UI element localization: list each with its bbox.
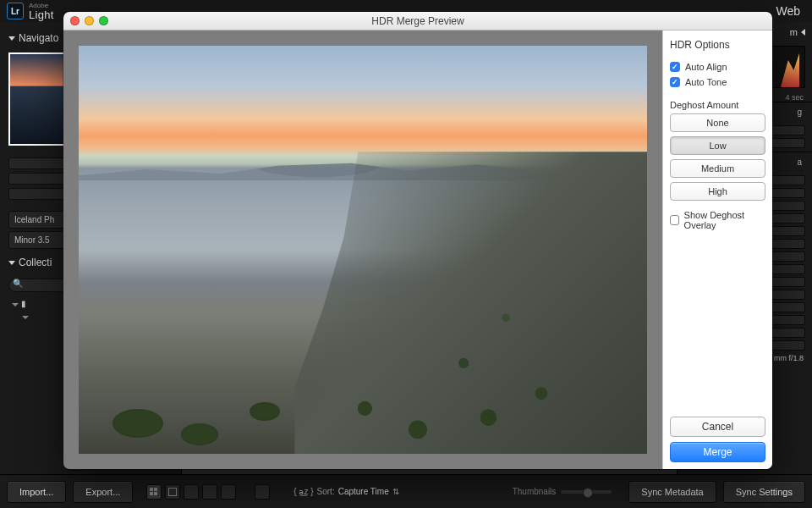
navigator-title: Navigato [19, 32, 58, 44]
auto-tone-checkbox[interactable]: Auto Tone [670, 77, 765, 87]
survey-view-icon[interactable] [202, 484, 217, 500]
deghost-medium-button[interactable]: Medium [670, 159, 765, 178]
hdr-options-title: HDR Options [670, 39, 765, 51]
thumbnails-label: Thumbnails [513, 487, 557, 496]
vegetation-shape [112, 409, 163, 438]
merge-button[interactable]: Merge [670, 442, 765, 462]
vegetation-shape [181, 423, 218, 445]
vegetation-shape [250, 402, 280, 421]
deghost-amount-label: Deghost Amount [670, 100, 765, 110]
sort-value: Capture Time [338, 487, 389, 496]
collections-title: Collecti [19, 257, 52, 268]
close-icon[interactable] [70, 16, 80, 25]
hdr-options-panel: HDR Options Auto Align Auto Tone Deghost… [662, 30, 772, 469]
zoom-icon[interactable] [99, 16, 108, 25]
people-view-icon[interactable] [221, 484, 236, 500]
auto-align-checkbox[interactable]: Auto Align [670, 62, 765, 72]
view-mode-icons [146, 484, 236, 500]
grid-view-icon[interactable] [146, 484, 162, 500]
export-button[interactable]: Export... [73, 481, 133, 503]
thumbnail-size-slider[interactable]: Thumbnails [513, 487, 612, 496]
hdr-preview-image [79, 46, 647, 454]
chevron-updown-icon: ⇅ [392, 487, 399, 496]
brand-large: Light [29, 8, 54, 21]
app-brand: Adobe Light [29, 3, 54, 20]
slider-track[interactable] [561, 490, 612, 494]
bottom-toolbar: Import... Export... { a͟z } Sort: Captur… [0, 474, 812, 508]
minimize-icon[interactable] [85, 16, 94, 25]
app-logo: Lr [7, 3, 24, 19]
chevron-left-icon [801, 29, 805, 36]
checkbox-unchecked-icon [670, 215, 679, 225]
compare-view-icon[interactable] [184, 484, 199, 500]
module-picker-web[interactable]: Web [776, 4, 805, 18]
checkbox-checked-icon [670, 77, 680, 87]
cancel-button[interactable]: Cancel [670, 417, 765, 437]
show-deghost-overlay-checkbox[interactable]: Show Deghost Overlay [670, 210, 765, 230]
sync-settings-button[interactable]: Sync Settings [723, 481, 805, 503]
deghost-high-button[interactable]: High [670, 182, 765, 201]
sort-icon: { a͟z } [294, 487, 313, 496]
sort-prefix: Sort: [317, 487, 335, 496]
dialog-title: HDR Merge Preview [371, 15, 464, 27]
sort-control[interactable]: { a͟z } Sort: Capture Time ⇅ [294, 487, 398, 496]
sync-metadata-button[interactable]: Sync Metadata [628, 481, 716, 503]
deghost-low-button[interactable]: Low [670, 136, 765, 155]
chevron-down-icon [8, 261, 15, 265]
loupe-view-icon[interactable] [165, 484, 180, 500]
histogram-title: m [790, 27, 798, 37]
painter-icon[interactable] [255, 484, 270, 500]
show-deghost-overlay-label: Show Deghost Overlay [684, 210, 765, 230]
import-button[interactable]: Import... [7, 481, 66, 503]
auto-align-label: Auto Align [685, 62, 727, 72]
dialog-action-buttons: Cancel Merge [670, 417, 765, 462]
auto-tone-label: Auto Tone [685, 77, 727, 87]
hdr-preview-area [63, 30, 662, 469]
chevron-down-icon [8, 36, 15, 41]
dialog-titlebar[interactable]: HDR Merge Preview [63, 12, 772, 30]
dialog-body: HDR Options Auto Align Auto Tone Deghost… [63, 30, 772, 469]
window-traffic-lights [70, 16, 108, 25]
checkbox-checked-icon [670, 62, 680, 72]
deghost-none-button[interactable]: None [670, 113, 765, 132]
hdr-merge-dialog: HDR Merge Preview HDR Options Auto Align… [63, 12, 772, 469]
